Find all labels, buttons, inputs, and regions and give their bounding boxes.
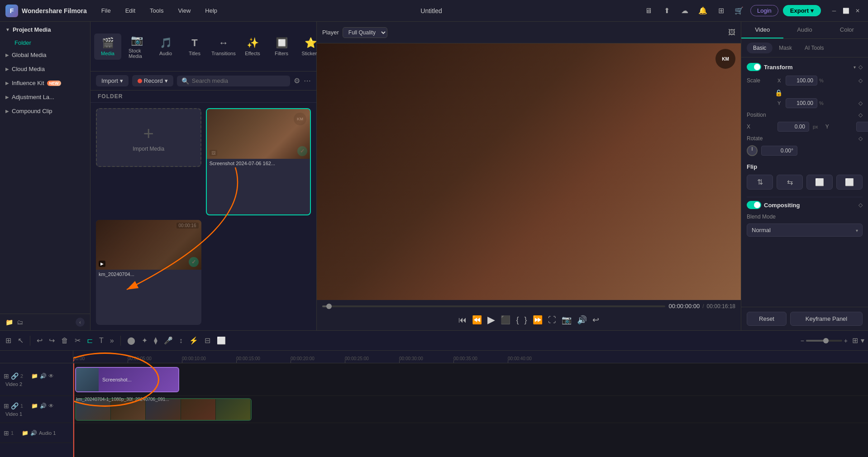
tl-ripple-icon[interactable]: ⬤ [125, 334, 137, 347]
cloud-icon[interactable]: ☁ [678, 4, 692, 18]
scale-x-input[interactable] [786, 76, 817, 86]
tab-stock-media[interactable]: 📷 Stock Media [123, 31, 150, 62]
new-folder-icon[interactable]: 📁 [5, 319, 13, 326]
screenshot-media-item[interactable]: KM ✓ 🖼 Screenshot 2024-07-06 162... [206, 108, 311, 215]
close-button[interactable]: ✕ [853, 6, 863, 16]
quality-select[interactable]: Full Quality [343, 27, 387, 38]
audio1-audio-icon[interactable]: 🔊 [30, 430, 37, 436]
notification-icon[interactable]: 🔔 [696, 4, 710, 18]
rotate-input[interactable] [761, 146, 797, 156]
tl-cut-icon[interactable]: ✂ [73, 334, 82, 347]
cart-icon[interactable]: 🛒 [732, 4, 746, 18]
record-button[interactable]: Record ▾ [132, 75, 173, 86]
tl-undo-icon[interactable]: ↩ [35, 334, 44, 347]
video1-main-clip[interactable]: km_20240704-1_1080p_30f_20240706_091... [75, 398, 252, 421]
tl-zoom-track[interactable] [806, 340, 842, 342]
search-input[interactable] [192, 77, 286, 84]
flip-horizontal-button[interactable]: ⇅ [747, 175, 773, 190]
transform-expand-icon[interactable]: ▾ [854, 65, 856, 70]
subtab-mask[interactable]: Mask [773, 43, 798, 53]
tab-transitions[interactable]: ↔ Transitions [210, 33, 237, 60]
fullscreen-icon[interactable]: ⛶ [548, 315, 556, 325]
skip-back-icon[interactable]: ⏮ [458, 315, 467, 325]
tab-audio[interactable]: 🎵 Audio [152, 33, 179, 60]
tab-audio[interactable]: Audio [783, 22, 825, 38]
menu-view[interactable]: View [174, 5, 194, 16]
compositing-toggle[interactable] [747, 201, 761, 209]
minimize-button[interactable]: ─ [829, 6, 839, 16]
upload-icon[interactable]: ⬆ [660, 4, 673, 18]
menu-tools[interactable]: Tools [146, 5, 167, 16]
video-media-item[interactable]: 00:00:16 ✓ ▶ km_20240704... [96, 220, 201, 325]
position-x-input[interactable] [777, 122, 809, 132]
collapse-left-panel-button[interactable]: ‹ [76, 318, 85, 327]
menu-edit[interactable]: Edit [122, 5, 139, 16]
scale-x-keyframe-icon[interactable]: ◇ [858, 77, 863, 84]
tl-trim-icon[interactable]: ⊏ [85, 334, 95, 347]
flip-both-h-button[interactable]: ⬜ [806, 175, 833, 190]
tab-video[interactable]: Video [741, 22, 783, 38]
import-media-item[interactable]: + Import Media [96, 108, 201, 167]
filter-icon[interactable]: ⚙ [294, 76, 300, 85]
tl-grid-icon[interactable]: ⊞ [852, 336, 858, 345]
mark-in-icon[interactable]: { [516, 315, 519, 325]
scale-lock-icon[interactable]: 🔒 [774, 89, 783, 96]
reset-button[interactable]: Reset [747, 312, 787, 326]
tab-media[interactable]: 🎬 Media [94, 33, 121, 60]
tl-more-tools-icon[interactable]: » [108, 335, 116, 347]
play-button[interactable]: ▶ [487, 314, 495, 326]
scale-y-input[interactable] [786, 98, 817, 108]
tl-select-icon[interactable]: ↖ [16, 334, 25, 347]
tl-split-icon[interactable]: ⚡ [187, 334, 200, 347]
menu-help[interactable]: Help [201, 5, 221, 16]
preview-settings-icon[interactable]: 🖼 [728, 29, 735, 37]
position-keyframe-icon[interactable]: ◇ [858, 112, 863, 118]
sidebar-item-cloud-media[interactable]: ▶ Cloud Media [0, 62, 90, 76]
keyframe-panel-button[interactable]: Keyframe Panel [790, 312, 863, 326]
tl-more-icon[interactable]: ▾ [861, 336, 864, 345]
menu-file[interactable]: File [98, 5, 114, 16]
tl-zoom-thumb[interactable] [823, 338, 829, 343]
rotate-keyframe-icon[interactable]: ◇ [858, 135, 863, 142]
project-media-section[interactable]: ▼ Project Media [0, 22, 90, 38]
import-button[interactable]: Import ▾ [96, 75, 129, 86]
sidebar-item-global-media[interactable]: ▶ Global Media [0, 48, 90, 62]
timeline-tracks-area[interactable]: 00:00 00:00:05:00 00:00:10:00 00:00:15:0… [73, 351, 868, 457]
stop-button[interactable]: ⬛ [501, 315, 510, 325]
snapshot-icon[interactable]: 📷 [562, 315, 572, 325]
audio1-folder-icon[interactable]: 📁 [22, 430, 29, 436]
tl-grid-layout-icon[interactable]: ⊞ [4, 334, 13, 347]
tl-zoom-in-icon[interactable]: + [844, 337, 848, 344]
tab-titles[interactable]: T Titles [181, 33, 208, 60]
position-y-input[interactable] [856, 122, 868, 132]
track-forward-icon[interactable]: ⏩ [533, 315, 543, 325]
video1-eye-icon[interactable]: 👁 [48, 403, 54, 409]
video2-audio-icon[interactable]: 🔊 [40, 373, 47, 379]
flip-vertical-button[interactable]: ⇆ [777, 175, 803, 190]
scrubber-thumb[interactable] [326, 304, 332, 309]
transform-keyframe-icon[interactable]: ◇ [858, 64, 863, 70]
tl-output-icon[interactable]: ⬜ [215, 334, 228, 347]
tl-audio-track-icon[interactable]: ↕ [177, 335, 185, 347]
frame-back-icon[interactable]: ⏪ [472, 315, 482, 325]
sidebar-item-adjustment[interactable]: ▶ Adjustment La... [0, 90, 90, 104]
playhead[interactable] [73, 363, 74, 457]
video1-folder-icon[interactable]: 📁 [31, 403, 38, 409]
tl-zoom-out-icon[interactable]: − [801, 337, 804, 344]
flip-both-v-button[interactable]: ⬜ [836, 175, 863, 190]
more-controls-icon[interactable]: ↩ [592, 315, 599, 325]
folder-icon[interactable]: 🗂 [17, 319, 23, 326]
video1-audio-icon[interactable]: 🔊 [40, 403, 47, 409]
tl-magic-icon[interactable]: ✦ [140, 334, 149, 347]
screen-icon[interactable]: 🖥 [642, 4, 655, 18]
scale-y-keyframe-icon[interactable]: ◇ [858, 100, 863, 106]
grid-icon[interactable]: ⊞ [714, 4, 728, 18]
tl-marker-icon[interactable]: ⧫ [152, 334, 159, 347]
more-options-icon[interactable]: ⋯ [304, 76, 311, 85]
tl-redo-icon[interactable]: ↪ [47, 334, 57, 347]
blend-mode-select[interactable]: Normal [747, 224, 863, 237]
compositing-keyframe-icon[interactable]: ◇ [858, 202, 863, 208]
tab-color[interactable]: Color [826, 22, 868, 38]
folder-label[interactable]: Folder [0, 38, 90, 48]
video2-folder-icon[interactable]: 📁 [31, 373, 38, 379]
